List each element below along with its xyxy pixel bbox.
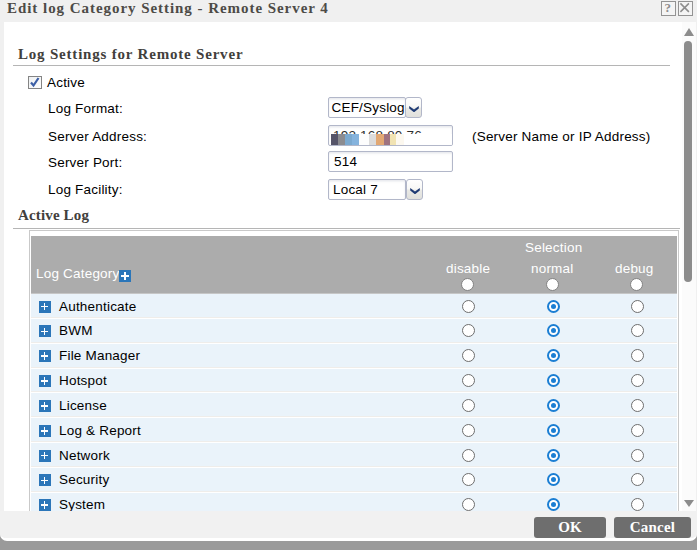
svg-text:?: ?	[664, 2, 671, 13]
